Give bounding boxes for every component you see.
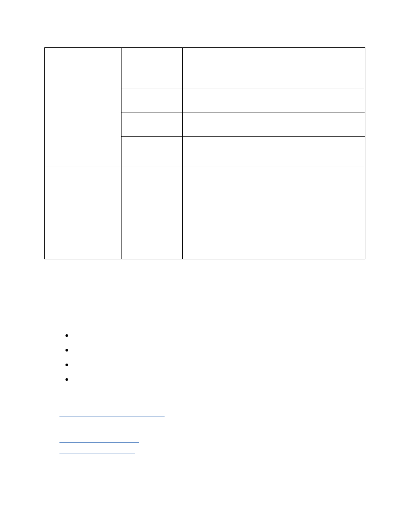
hyperlink[interactable]	[59, 442, 139, 443]
hyperlink[interactable]	[59, 417, 165, 417]
bullet-icon	[65, 364, 68, 366]
table-row	[45, 48, 365, 64]
table-cell	[121, 167, 183, 198]
hyperlink[interactable]	[59, 431, 139, 431]
table-cell	[183, 88, 365, 112]
document-page	[0, 0, 411, 532]
table-cell	[121, 198, 183, 229]
table-cell	[121, 88, 183, 112]
table-cell	[45, 64, 121, 167]
bullet-icon	[65, 349, 68, 352]
table-cell	[183, 229, 365, 259]
table-cell	[183, 48, 365, 64]
bullet-list	[65, 334, 68, 381]
table-cell	[121, 64, 183, 88]
table-cell	[183, 137, 365, 167]
table-cell	[121, 229, 183, 259]
table-cell	[121, 137, 183, 167]
table-row	[45, 167, 365, 198]
table-row	[45, 64, 365, 88]
table-cell	[45, 48, 121, 64]
data-table	[44, 47, 365, 259]
table-cell	[121, 48, 183, 64]
bullet-icon	[65, 334, 68, 337]
table-cell	[183, 198, 365, 229]
table-cell	[183, 167, 365, 198]
table-cell	[45, 167, 121, 259]
table-cell	[121, 112, 183, 137]
hyperlink[interactable]	[59, 454, 135, 454]
bullet-icon	[65, 378, 68, 381]
table-cell	[183, 112, 365, 137]
table-cell	[183, 64, 365, 88]
